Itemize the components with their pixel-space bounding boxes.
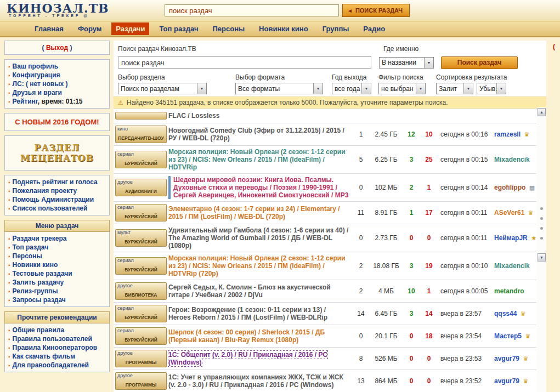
- sidebar-link[interactable]: Общие правила: [13, 326, 65, 334]
- sidebar-item[interactable]: ▪Раздачи трекера: [8, 234, 106, 243]
- torrent-title-link[interactable]: Шерлок (4 сезон: 00 серия) / Sherlock / …: [168, 328, 325, 344]
- torrent-title-link[interactable]: Шедевры мировой поэзии: Книга Иова. Псал…: [173, 176, 349, 199]
- filter-select[interactable]: Поиск по разделам ▼: [118, 83, 207, 94]
- sidebar-item[interactable]: ▪Для правообладателей: [8, 361, 106, 370]
- sidebar-link[interactable]: Ваш профиль: [13, 63, 58, 70]
- filter-select[interactable]: Все форматы ▼: [235, 83, 323, 94]
- nav-item[interactable]: Форум: [73, 22, 106, 35]
- category-badge[interactable]: мульт БУРЖУЙСКИЙ: [115, 229, 167, 247]
- rating-link[interactable]: Рейтинг: [13, 98, 38, 105]
- filter-select[interactable]: все года ▼: [332, 83, 371, 94]
- sidebar-link[interactable]: Правила Кинооператоров: [13, 344, 98, 351]
- category-badge[interactable]: сериал БУРЖУЙСКИЙ: [115, 305, 167, 322]
- torrent-title-link[interactable]: Новогодний Comedy Club (Эфир от 31.12.20…: [168, 127, 344, 142]
- nav-item[interactable]: Топ раздач: [155, 22, 202, 35]
- nav-item[interactable]: Раздачи: [111, 22, 149, 35]
- sidebar-item[interactable]: ▪Как скачать фильм: [8, 352, 106, 361]
- sidebar-item[interactable]: ▪Правила пользователей: [8, 334, 106, 343]
- nav-item[interactable]: Персоны: [208, 22, 249, 35]
- category-badge[interactable]: другое БИБЛИОТЕКА: [115, 282, 167, 300]
- torrent-title-link[interactable]: Морская полиция: Новый Орлеан (2 сезон: …: [168, 148, 346, 171]
- torrent-title-link[interactable]: Морская полиция: Новый Орлеан (2 сезон: …: [168, 254, 346, 277]
- uploader-link[interactable]: avgur79: [494, 355, 519, 362]
- search-submit-button[interactable]: Поиск раздач: [441, 56, 518, 69]
- sidebar-link[interactable]: Залить раздачу: [13, 279, 64, 286]
- sort-field-select[interactable]: Залит ▼: [436, 83, 473, 94]
- header-search-input[interactable]: [165, 4, 339, 16]
- uploader-link[interactable]: Mixadencik: [494, 156, 530, 163]
- sidebar-link[interactable]: Для правообладателей: [13, 361, 89, 369]
- scroll-up-button[interactable]: ▲: [538, 108, 546, 116]
- site-logo[interactable]: КИНОЗАЛ.ТВ ТОРРЕНТ - ТРЕКЕР @: [7, 1, 109, 18]
- sidebar-link[interactable]: Релиз-группы: [13, 287, 58, 295]
- torrent-title-link[interactable]: Сергей Седых, К. Смолин - Блюз на акусти…: [168, 283, 331, 299]
- nav-item[interactable]: Радио: [359, 22, 389, 35]
- sidebar-item[interactable]: ▪Список пользователей: [8, 204, 106, 213]
- category-badge[interactable]: другое ПРОГРАММЫ: [115, 372, 167, 390]
- sidebar-item[interactable]: ▪Ваш профиль: [8, 62, 106, 71]
- sidebar-link[interactable]: Новинки кино: [13, 261, 58, 269]
- torrent-title-link[interactable]: Герои: Возрождение (1 сезон: 0-11 серии …: [168, 306, 327, 321]
- torrent-title-link[interactable]: 1С: Общепит (v. 2.0) / RU / Прикладная /…: [168, 351, 327, 366]
- where-select[interactable]: В названии ▼: [379, 57, 434, 69]
- sidebar-item[interactable]: ▪Общие правила: [8, 326, 106, 334]
- torrent-title-link[interactable]: Удивительный мир Гамбола (4 сезон: 1-6 с…: [168, 226, 348, 249]
- uploader-link[interactable]: metandro: [494, 287, 524, 295]
- sidebar-link[interactable]: Правила пользователей: [13, 335, 92, 343]
- nav-item[interactable]: Новинки кино: [254, 22, 313, 35]
- category-badge[interactable]: другое АУДИОКНИГИ: [115, 179, 167, 196]
- category-badge[interactable]: сериал БУРЖУЙСКИЙ: [115, 204, 167, 221]
- sidebar-item[interactable]: ▪Релиз-группы: [8, 287, 106, 296]
- torrent-title-link[interactable]: 1С: Учет в управляющих компаниях ЖКХ, ТС…: [168, 373, 343, 389]
- patrons-banner[interactable]: РАЗДЕЛ МЕЦЕНАТОВ: [4, 135, 110, 171]
- category-badge[interactable]: кино ПЕРЕДАЧИ/ТВ-ШОУ: [115, 126, 167, 143]
- sidebar-item[interactable]: ▪Тестовые раздачи: [8, 269, 106, 278]
- category-badge[interactable]: другое ПРОГРАММЫ: [115, 350, 167, 367]
- uploader-link[interactable]: НеймарJR: [494, 234, 528, 242]
- sidebar-item[interactable]: ▪ЛС: ( нет новых ): [8, 79, 106, 88]
- uploader-link[interactable]: ramzesII: [494, 130, 521, 138]
- nav-item[interactable]: Группы: [318, 22, 354, 35]
- sidebar-link[interactable]: Пожелания проекту: [13, 187, 77, 195]
- sidebar-item[interactable]: ▪Конфигурация: [8, 71, 106, 79]
- sort-order-select[interactable]: Убыв. ▼: [477, 83, 506, 94]
- sidebar-link[interactable]: Запросы раздач: [13, 296, 66, 304]
- uploader-link[interactable]: egofilippo: [494, 184, 525, 191]
- sidebar-link[interactable]: Как скачать фильм: [13, 353, 76, 360]
- category-badge[interactable]: сериал БУРЖУЙСКИЙ: [115, 151, 167, 168]
- sidebar-link[interactable]: Конфигурация: [13, 71, 60, 79]
- category-badge[interactable]: сериал БУРЖУЙСКИЙ: [115, 327, 167, 345]
- sidebar-item-rating[interactable]: ▪Рейтинг, время: 01:15: [8, 97, 106, 106]
- filter-select[interactable]: не выбран ▼: [378, 83, 426, 94]
- sidebar-item[interactable]: ▪Друзья и враги: [8, 88, 106, 97]
- sidebar-collapse-toggle[interactable]: (: [553, 43, 555, 50]
- sidebar-link[interactable]: Помощь Администрации: [13, 196, 94, 203]
- sidebar-link[interactable]: Тестовые раздачи: [13, 270, 72, 277]
- uploader-link[interactable]: Мастер5: [494, 332, 522, 340]
- category-badge[interactable]: сериал БУРЖУЙСКИЙ: [115, 257, 167, 275]
- sidebar-item[interactable]: ▪Запросы раздач: [8, 296, 106, 304]
- sidebar-item[interactable]: ▪Новинки кино: [8, 260, 106, 269]
- sidebar-item[interactable]: ▪Залить раздачу: [8, 278, 106, 287]
- sidebar-link[interactable]: Друзья и враги: [13, 89, 62, 96]
- sidebar-link[interactable]: Персоны: [13, 252, 42, 260]
- sidebar-link[interactable]: ЛС: ( нет новых ): [13, 80, 68, 88]
- torrent-title-link[interactable]: Элементарно (4 сезон: 1-7 серии из 24) /…: [168, 205, 340, 220]
- sidebar-item[interactable]: ▪Поднять рейтинг и голоса: [8, 178, 106, 186]
- sidebar-item[interactable]: ▪Персоны: [8, 252, 106, 260]
- sidebar-link[interactable]: Раздачи трекера: [13, 235, 67, 242]
- sidebar-item[interactable]: ▪Топ раздач: [8, 243, 106, 252]
- uploader-link[interactable]: ASeVer61: [494, 209, 524, 217]
- category-badge[interactable]: [115, 112, 167, 120]
- sidebar-link[interactable]: Топ раздач: [13, 243, 49, 251]
- uploader-link[interactable]: avgur79: [494, 377, 519, 385]
- sidebar-link[interactable]: Список пользователей: [13, 204, 88, 212]
- table-scrollbar[interactable]: ▲ ▼: [537, 107, 546, 392]
- sidebar-item[interactable]: ▪Пожелания проекту: [8, 186, 106, 195]
- header-search-button[interactable]: ◄ПОИСК РАЗДАЧ: [342, 4, 410, 17]
- logout-link[interactable]: Выход: [46, 44, 68, 52]
- scroll-down-button[interactable]: ▼: [538, 253, 546, 262]
- nav-item[interactable]: Главная: [30, 22, 68, 35]
- search-input[interactable]: [118, 56, 371, 69]
- uploader-link[interactable]: qqss44: [494, 310, 517, 317]
